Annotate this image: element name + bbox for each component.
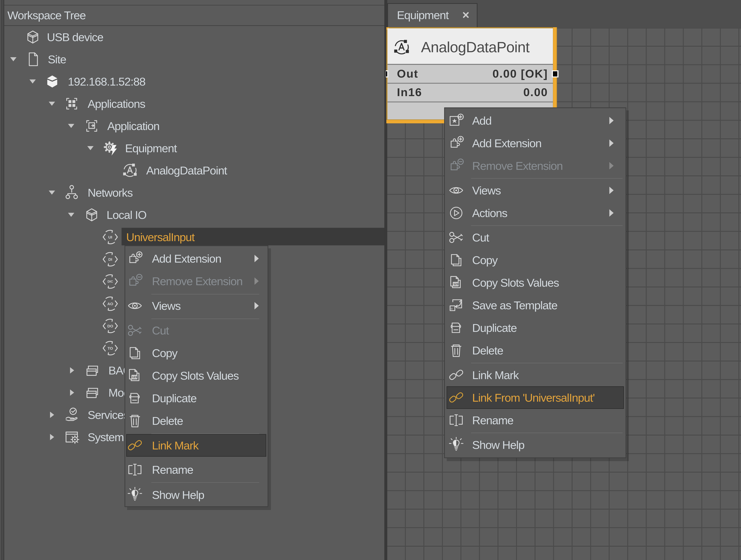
- svg-text:DI: DI: [108, 257, 112, 261]
- svg-text:DO: DO: [107, 324, 113, 328]
- svg-text:DIC: DIC: [108, 279, 113, 283]
- svg-text:TO: TO: [108, 346, 113, 350]
- svg-text:AO: AO: [107, 302, 113, 306]
- svg-text:UI: UI: [108, 235, 112, 239]
